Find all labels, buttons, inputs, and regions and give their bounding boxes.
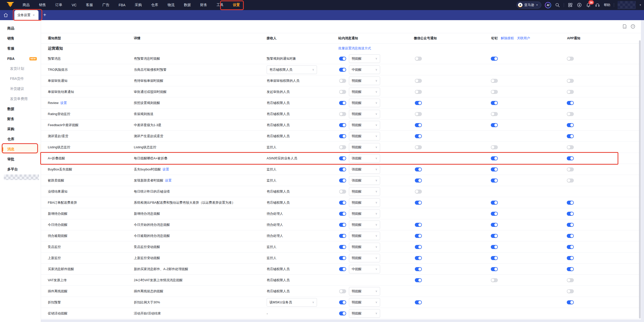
app-toggle[interactable] <box>567 167 574 171</box>
top-menu-item-物流[interactable]: 物流 <box>168 3 175 7</box>
remind-level-select[interactable]: 弱提醒∨ <box>349 54 380 63</box>
dingtalk-toggle[interactable] <box>491 278 498 282</box>
sidebar-item-销售[interactable]: 销售 <box>0 33 41 44</box>
site-message-toggle[interactable] <box>339 190 346 194</box>
wechat-toggle[interactable] <box>415 234 422 238</box>
site-message-toggle[interactable] <box>339 145 346 149</box>
sidebar-item-FBA[interactable]: FBANEW <box>0 54 41 64</box>
sidebar-item-数据[interactable]: 数据 <box>0 104 41 114</box>
site-message-toggle[interactable] <box>339 245 346 249</box>
app-toggle[interactable] <box>567 134 574 138</box>
top-menu-item-订单[interactable]: 订单 <box>55 3 62 7</box>
home-icon[interactable] <box>3 12 9 18</box>
detail-settings-link[interactable]: 设置 <box>163 167 169 171</box>
app-toggle[interactable] <box>567 57 574 61</box>
remind-level-select[interactable]: 弱提醒∨ <box>349 232 380 240</box>
dingtalk-unbind-link[interactable]: 解除授权 <box>501 36 514 41</box>
remind-level-select[interactable]: 弱提醒∨ <box>349 121 380 129</box>
dingtalk-link-user-link[interactable]: 关联用户 <box>517 36 530 41</box>
top-menu-item-仓库[interactable]: 仓库 <box>151 3 158 7</box>
sidebar-item-补货建议[interactable]: 补货建议 <box>0 84 41 94</box>
receiver-select[interactable]: 有店铺权限人员∨ <box>267 65 317 74</box>
remind-level-select[interactable]: 弱提醒∨ <box>349 132 380 140</box>
search-icon[interactable] <box>555 2 560 8</box>
remind-level-select[interactable]: 强提醒∨ <box>349 154 380 163</box>
bulk-set-push-link[interactable]: 批量设置消息推送方式 <box>338 46 371 51</box>
remind-level-select[interactable]: 弱提醒∨ <box>349 198 380 207</box>
apps-grid-icon[interactable] <box>568 2 573 8</box>
detail-settings-link[interactable]: 设置 <box>165 178 172 182</box>
wechat-toggle[interactable] <box>415 123 422 127</box>
site-message-toggle[interactable] <box>339 212 346 216</box>
remind-level-select[interactable]: 弱提醒∨ <box>349 209 380 218</box>
top-menu-item-数据[interactable]: 数据 <box>184 3 191 7</box>
type-settings-link[interactable]: 设置 <box>60 101 67 105</box>
app-toggle[interactable] <box>567 178 574 183</box>
receiver-select[interactable]: 该MSKU业务员∨ <box>267 298 317 307</box>
site-message-toggle[interactable] <box>339 256 346 260</box>
tab-business-settings[interactable]: 业务设置 × <box>14 10 38 20</box>
top-menu-item-设置[interactable]: 设置 <box>233 3 240 7</box>
top-menu-item-客服[interactable]: 客服 <box>86 3 93 7</box>
wechat-toggle[interactable] <box>415 101 422 105</box>
site-message-toggle[interactable] <box>339 267 346 271</box>
dingtalk-toggle[interactable] <box>491 201 498 205</box>
top-menu-item-采购[interactable]: 采购 <box>135 3 142 7</box>
doc-help-icon[interactable]: ? <box>622 24 627 29</box>
sidebar-item-商品[interactable]: 商品 <box>0 23 41 33</box>
wechat-toggle[interactable] <box>415 223 422 227</box>
sidebar-item-审批[interactable]: 审批 <box>0 154 41 164</box>
wechat-toggle[interactable] <box>415 245 422 249</box>
app-toggle[interactable] <box>567 212 574 216</box>
dingtalk-toggle[interactable] <box>491 57 498 61</box>
app-toggle[interactable] <box>567 267 574 271</box>
remind-level-select[interactable]: 弱提醒∨ <box>349 77 380 85</box>
sidebar-item-采购[interactable]: 采购 <box>0 124 41 134</box>
help-circle-icon[interactable]: ? <box>630 24 635 29</box>
wechat-toggle[interactable] <box>415 134 422 138</box>
remind-level-select[interactable]: 弱提醒∨ <box>349 287 380 296</box>
app-toggle[interactable] <box>567 245 574 249</box>
remind-level-select[interactable]: 中提醒∨ <box>349 265 380 273</box>
sidebar-item-仓库[interactable]: 仓库 <box>0 134 41 144</box>
sidebar-item-财务[interactable]: 财务 <box>0 114 41 124</box>
app-toggle[interactable] <box>567 101 574 105</box>
wechat-toggle[interactable] <box>415 178 422 183</box>
site-message-toggle[interactable] <box>339 167 346 171</box>
dingtalk-toggle[interactable] <box>491 234 498 238</box>
site-message-toggle[interactable] <box>339 156 346 160</box>
vertical-scrollbar[interactable] <box>639 40 641 318</box>
marketplace-selector[interactable]: a 亚马逊 ▼ <box>516 2 541 9</box>
remind-level-select[interactable]: 弱提醒∨ <box>349 110 380 118</box>
ai-assistant-button[interactable]: AI <box>545 2 551 8</box>
app-toggle[interactable] <box>567 90 574 94</box>
top-menu-item-VC[interactable]: VC <box>72 3 76 7</box>
remind-level-select[interactable]: 弱提醒∨ <box>349 298 380 307</box>
site-message-toggle[interactable] <box>339 178 346 183</box>
remind-level-select[interactable]: 弱提醒∨ <box>349 254 380 262</box>
top-menu-item-财务[interactable]: 财务 <box>200 3 207 7</box>
site-message-toggle[interactable] <box>339 134 346 138</box>
wechat-toggle[interactable] <box>415 112 422 116</box>
wechat-toggle[interactable] <box>415 278 422 282</box>
app-toggle[interactable] <box>567 112 574 116</box>
remind-level-select[interactable]: 弱提醒∨ <box>349 187 380 196</box>
dingtalk-toggle[interactable] <box>491 167 498 171</box>
sidebar-item-FBA货件[interactable]: FBA货件 <box>0 74 41 84</box>
sidebar-item-客服[interactable]: 客服 <box>0 44 41 54</box>
site-message-toggle[interactable] <box>339 123 346 127</box>
top-menu-item-广告[interactable]: 广告 <box>102 3 109 7</box>
site-message-toggle[interactable] <box>339 234 346 238</box>
app-toggle[interactable] <box>567 289 574 293</box>
wechat-toggle[interactable] <box>415 256 422 260</box>
dingtalk-toggle[interactable] <box>491 90 498 94</box>
dingtalk-toggle[interactable] <box>491 79 498 83</box>
wechat-toggle[interactable] <box>415 90 422 94</box>
dingtalk-toggle[interactable] <box>491 178 498 183</box>
wechat-toggle[interactable] <box>415 79 422 83</box>
app-toggle[interactable] <box>567 156 574 160</box>
site-message-toggle[interactable] <box>339 289 346 293</box>
notifications-bell-icon[interactable]: 38 <box>586 2 591 8</box>
dingtalk-toggle[interactable] <box>491 267 498 271</box>
app-toggle[interactable] <box>567 123 574 127</box>
